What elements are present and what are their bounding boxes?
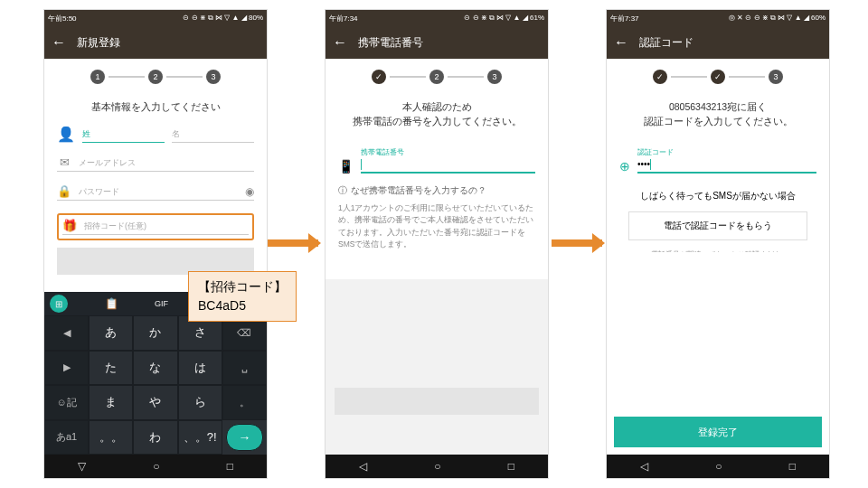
field-label: 認証コード	[637, 147, 816, 157]
step-3: 3	[206, 70, 221, 84]
status-icons: ◎ ✕ ⊝ ⊖ ⋇ ⧉ ⋈ ▽ ▲ ◢ 60%	[729, 14, 826, 23]
form-content: 08056343213宛に届く認証コードを入力してください。 ⊕ 認証コード •…	[607, 95, 829, 252]
form-content: 基本情報を入力してください 👤 姓 名 ✉ メールアドレス 🔒 パスワード ◉ …	[44, 95, 267, 292]
visibility-icon[interactable]: ◉	[245, 185, 254, 198]
key-punct[interactable]: 、。?!	[178, 420, 222, 455]
clipboard-icon[interactable]: 📋	[105, 297, 118, 310]
nav-back-icon[interactable]: ◁	[640, 460, 648, 473]
status-time: 午前7:34	[329, 14, 358, 23]
key-period[interactable]: 。	[222, 385, 267, 420]
bottom-spacer	[326, 279, 548, 455]
progress-stepper: 3	[607, 59, 829, 95]
key-ya[interactable]: や	[133, 385, 177, 420]
mail-icon: ✉	[57, 155, 71, 169]
status-time: 午前7:37	[610, 14, 639, 23]
firstname-field[interactable]: 名	[172, 128, 254, 143]
android-navbar: ◁ ○ □	[607, 455, 829, 478]
email-field[interactable]: ✉ メールアドレス	[57, 155, 254, 172]
status-bar: 午前7:34 ⊝ ⊖ ⋇ ⧉ ⋈ ▽ ▲ ◢ 61%	[326, 10, 548, 26]
gif-button[interactable]: GIF	[155, 299, 168, 308]
form-content: 本人確認のため携帯電話の番号を入力してください。 📱 携帯電話番号 ⓘ なぜ携帯…	[326, 95, 548, 270]
person-icon: 👤	[57, 126, 75, 143]
status-icons: ⊝ ⊖ ⋇ ⧉ ⋈ ▽ ▲ ◢ 80%	[183, 14, 263, 23]
key-ka[interactable]: か	[133, 315, 177, 351]
instruction-text: 基本情報を入力してください	[57, 100, 254, 115]
back-icon[interactable]: ←	[52, 34, 66, 51]
step-2-done	[711, 70, 725, 84]
page-title: 認証コード	[639, 35, 693, 51]
progress-stepper: 2 3	[326, 59, 548, 95]
call-for-code-button[interactable]: 電話で認証コードをもらう	[628, 211, 807, 240]
key-emoji[interactable]: ☺記	[44, 385, 89, 420]
key-ta[interactable]: た	[89, 351, 133, 386]
nav-recent-icon[interactable]: □	[789, 460, 796, 473]
flow-arrow-1	[268, 239, 318, 247]
phone-screen-3: 午前7:37 ◎ ✕ ⊝ ⊖ ⋇ ⧉ ⋈ ▽ ▲ ◢ 60% ← 認証コード 3…	[606, 9, 830, 479]
key-right[interactable]: ▶	[44, 351, 89, 386]
nav-recent-icon[interactable]: □	[227, 460, 233, 473]
key-ra[interactable]: ら	[178, 385, 222, 420]
nav-back-icon[interactable]: ◁	[359, 460, 367, 473]
callout-line2: BC4aD5	[198, 296, 287, 315]
info-question: ⓘ なぜ携帯電話番号を入力するの？	[338, 184, 535, 197]
step-1-done	[372, 70, 386, 84]
complete-registration-button[interactable]: 登録完了	[614, 417, 822, 447]
invite-code-callout: 【招待コード】 BC4aD5	[188, 271, 297, 322]
lock-icon: 🔒	[57, 184, 71, 198]
status-bar: 午前5:50 ⊝ ⊖ ⋇ ⧉ ⋈ ▽ ▲ ◢ 80%	[44, 10, 267, 26]
key-enter[interactable]: →	[226, 424, 263, 452]
lastname-field[interactable]: 姓	[82, 128, 165, 143]
text-cursor	[361, 159, 362, 170]
android-navbar: ◁ ○ □	[326, 455, 548, 478]
info-answer: 1人1アカウントのご利用に限らせていただいているため、携帯電話の番号でご本人様確…	[338, 202, 535, 251]
status-icons: ⊝ ⊖ ⋇ ⧉ ⋈ ▽ ▲ ◢ 61%	[464, 14, 544, 23]
submit-button-disabled	[335, 388, 539, 415]
key-wa[interactable]: わ	[133, 420, 177, 455]
phone-screen-2: 午前7:34 ⊝ ⊖ ⋇ ⧉ ⋈ ▽ ▲ ◢ 61% ← 携帯電話番号 2 3 …	[325, 9, 549, 479]
app-bar: ← 携帯電話番号	[326, 26, 548, 59]
key-a[interactable]: あ	[89, 315, 133, 351]
step-2: 2	[429, 70, 444, 84]
step-3: 3	[487, 70, 502, 84]
nav-kbd-icon[interactable]: ▽	[78, 460, 86, 473]
gift-icon: 🎁	[62, 219, 77, 232]
status-time: 午前5:50	[48, 14, 77, 23]
nav-home-icon[interactable]: ○	[715, 460, 722, 473]
password-field[interactable]: 🔒 パスワード ◉	[57, 184, 254, 201]
key-ma[interactable]: ま	[89, 385, 133, 420]
step-1-done	[653, 70, 667, 84]
phone-number-field[interactable]: 📱 携帯電話番号	[338, 147, 535, 174]
dialpad-icon: ⊕	[619, 159, 630, 174]
auth-code-field[interactable]: ⊕ 認証コード ••••	[619, 147, 816, 174]
key-mode[interactable]: あa1	[44, 420, 89, 455]
flow-arrow-2	[552, 239, 602, 247]
keyboard-menu-icon[interactable]: ⊞	[50, 295, 68, 313]
android-navbar: ▽ ○ □	[44, 455, 267, 478]
key-na[interactable]: な	[133, 351, 177, 386]
key-space[interactable]: ␣	[222, 351, 267, 386]
back-icon[interactable]: ←	[333, 34, 347, 51]
app-bar: ← 新規登録	[44, 26, 267, 59]
back-icon[interactable]: ←	[614, 34, 628, 51]
nav-recent-icon[interactable]: □	[508, 460, 514, 473]
status-bar: 午前7:37 ◎ ✕ ⊝ ⊖ ⋇ ⧉ ⋈ ▽ ▲ ◢ 60%	[607, 10, 829, 26]
note-text: *電話番号が間違ってないかご確認ください	[619, 249, 816, 253]
instruction-text: 本人確認のため携帯電話の番号を入力してください。	[338, 100, 535, 129]
step-3: 3	[769, 70, 783, 84]
nav-home-icon[interactable]: ○	[153, 460, 159, 473]
invite-code-field[interactable]: 🎁 招待コード(任意)	[62, 219, 249, 235]
key-left[interactable]: ◀	[44, 315, 89, 351]
app-bar: ← 認証コード	[607, 26, 829, 59]
key-small[interactable]: 。。	[89, 420, 133, 455]
field-label: 携帯電話番号	[361, 147, 535, 157]
nav-home-icon[interactable]: ○	[434, 460, 440, 473]
instruction-text: 08056343213宛に届く認証コードを入力してください。	[619, 100, 816, 129]
step-1: 1	[90, 70, 105, 84]
field-value: ••••	[637, 159, 650, 169]
spacer	[607, 252, 829, 409]
wait-message: しばらく待ってもSMSが届かない場合	[619, 190, 816, 202]
key-ha[interactable]: は	[178, 351, 222, 386]
callout-line1: 【招待コード】	[198, 277, 287, 296]
step-2: 2	[148, 70, 163, 84]
info-icon: ⓘ	[338, 184, 347, 197]
